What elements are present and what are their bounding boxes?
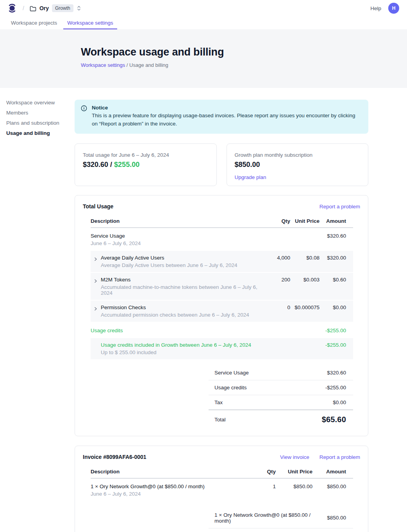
row-subtitle: Up to $ 255.00 included — [101, 349, 251, 355]
row-amount: $320.60 — [320, 233, 353, 239]
row-amount: -$255.00 — [320, 328, 353, 333]
total-value: $65.60 — [322, 415, 346, 424]
help-link[interactable]: Help — [370, 5, 381, 11]
invoice-table-header: Description Qty Unit Price Amount — [91, 467, 353, 478]
total-usage-label: Total usage for June 6 – July 6, 2024 — [83, 152, 209, 158]
row-qty: 0 — [259, 305, 290, 310]
row-unit-price: $0.08 — [290, 255, 320, 261]
settings-sidebar: Workspace overview Members Plans and sub… — [0, 100, 75, 532]
row-amount: -$255.00 — [320, 342, 353, 348]
sidebar-item-usage-and-billing[interactable]: Usage and billing — [6, 130, 75, 136]
info-icon — [81, 105, 87, 128]
table-row-m2m-tokens[interactable]: M2M Tokens Accumulated machine-to-machin… — [91, 273, 353, 300]
usage-separator: / — [108, 161, 114, 168]
invoice-card-title: Invoice #8099AFA6-0001 — [83, 454, 146, 460]
content-area: Workspace overview Members Plans and sub… — [0, 88, 407, 532]
notice-body: This is a preview feature for displaying… — [92, 112, 361, 128]
col-unit-price: Unit Price — [290, 218, 320, 224]
row-unit-price: $0.000075 — [290, 305, 320, 310]
workspace-name: Ory — [39, 5, 49, 11]
usage-amount: $320.60 — [83, 161, 108, 168]
usage-table: Description Qty Unit Price Amount Servic… — [91, 217, 353, 359]
row-subtitle: Accumulated permission checks between Ju… — [101, 312, 249, 318]
breadcrumb-link-workspace-settings[interactable]: Workspace settings — [81, 62, 125, 68]
usage-credit-amount: $255.00 — [114, 161, 139, 168]
table-row-permission-checks[interactable]: Permission Checks Accumulated permission… — [91, 301, 353, 322]
row-qty: 4,000 — [259, 255, 290, 261]
invoice-card: Invoice #8099AFA6-0001 View invoice Repo… — [75, 446, 368, 532]
chevron-right-icon[interactable] — [91, 307, 101, 311]
upgrade-plan-link[interactable]: Upgrade plan — [235, 174, 266, 180]
notice-content: Notice This is a preview feature for dis… — [92, 105, 361, 128]
main-panel: Notice This is a preview feature for dis… — [75, 100, 368, 532]
row-subtitle: June 6 – July 6, 2024 — [91, 491, 245, 497]
usage-summary: Service Usage $320.60 Usage credits -$25… — [209, 365, 353, 426]
plan-label: Growth plan monthly subscription — [235, 152, 361, 158]
col-qty: Qty — [259, 218, 290, 224]
sidebar-item-members[interactable]: Members — [6, 110, 75, 116]
tab-bar: Workspace projects Workspace settings — [0, 16, 407, 29]
workspace-switcher[interactable]: Ory Growth — [30, 4, 81, 12]
col-description: Description — [91, 218, 259, 224]
row-title: Average Daily Active Users — [101, 255, 237, 261]
row-amount: $0.60 — [320, 277, 353, 283]
summary-row-service-usage: Service Usage $320.60 — [209, 365, 353, 380]
row-title: 1 × Ory Network Growth@0 (at $850.00 / m… — [91, 484, 245, 489]
summary-row-plan: 1 × Ory Network Growth@0 (at $850.00 / m… — [209, 508, 353, 528]
user-avatar[interactable]: H — [388, 3, 399, 14]
total-usage-value: $320.60 / $255.00 — [83, 161, 209, 169]
breadcrumb: Workspace settings / Usage and billing — [81, 62, 407, 68]
row-amount: $0.00 — [320, 305, 353, 310]
row-unit-price: $0.003 — [290, 277, 320, 283]
invoice-summary: 1 × Ory Network Growth@0 (at $850.00 / m… — [209, 508, 353, 532]
total-usage-card: Total Usage Report a problem Description… — [75, 195, 368, 436]
page-header: Workspace usage and billing Workspace se… — [0, 29, 407, 88]
report-problem-link[interactable]: Report a problem — [320, 204, 360, 210]
total-label: Total — [214, 417, 226, 423]
row-title: Permission Checks — [101, 305, 249, 310]
sidebar-item-plans-and-subscription[interactable]: Plans and subscription — [6, 120, 75, 126]
row-subtitle: Accumulated machine-to-machine tokens be… — [101, 284, 259, 296]
col-unit-price: Unit Price — [276, 469, 312, 475]
row-title: Service Usage — [91, 233, 259, 239]
breadcrumb-current: / Usage and billing — [127, 62, 168, 68]
view-invoice-link[interactable]: View invoice — [280, 454, 309, 460]
sidebar-item-workspace-overview[interactable]: Workspace overview — [6, 100, 75, 106]
row-qty: 1 — [245, 484, 276, 489]
row-qty: 200 — [259, 277, 290, 283]
notice-title: Notice — [92, 105, 361, 111]
invoice-line-item-row: 1 × Ory Network Growth@0 (at $850.00 / m… — [91, 478, 353, 502]
folder-icon — [30, 5, 36, 11]
row-title: M2M Tokens — [101, 277, 259, 283]
row-amount: $850.00 — [312, 484, 353, 489]
tab-workspace-projects[interactable]: Workspace projects — [7, 16, 61, 29]
ory-logo-icon[interactable] — [8, 3, 16, 14]
row-subtitle: June 6 – July 6, 2024 — [91, 240, 259, 246]
service-usage-desc: Service Usage June 6 – July 6, 2024 — [91, 233, 259, 246]
summary-total-row: Total $65.60 — [209, 410, 353, 426]
row-title: Usage credits — [91, 328, 259, 333]
usage-credits-section-row: Usage credits -$255.00 — [91, 322, 353, 338]
chevron-right-icon[interactable] — [91, 257, 101, 261]
col-amount: Amount — [320, 218, 353, 224]
table-row-average-daily-active-users[interactable]: Average Daily Active Users Average Daily… — [91, 251, 353, 272]
invoice-table: Description Qty Unit Price Amount 1 × Or… — [91, 467, 353, 502]
page-title: Workspace usage and billing — [81, 46, 407, 58]
notice-banner: Notice This is a preview feature for dis… — [75, 100, 368, 134]
usage-table-header: Description Qty Unit Price Amount — [91, 217, 353, 228]
summary-row-usage-credits: Usage credits -$255.00 — [209, 380, 353, 395]
plan-badge: Growth — [52, 4, 73, 12]
report-problem-link[interactable]: Report a problem — [320, 454, 360, 460]
row-title: Usage credits included in Growth between… — [101, 342, 251, 348]
col-description: Description — [91, 469, 245, 475]
summary-row-tax: Tax $0.00 — [209, 395, 353, 410]
tab-workspace-settings[interactable]: Workspace settings — [63, 16, 117, 29]
total-usage-summary-card: Total usage for June 6 – July 6, 2024 $3… — [75, 143, 217, 186]
selector-icon — [77, 5, 81, 11]
invoice-card-header: Invoice #8099AFA6-0001 View invoice Repo… — [83, 454, 360, 460]
plan-value: $850.00 — [235, 161, 361, 169]
col-qty: Qty — [245, 469, 276, 475]
top-bar: / Ory Growth Help H — [0, 0, 407, 16]
plan-subscription-card: Growth plan monthly subscription $850.00… — [227, 143, 369, 186]
chevron-right-icon[interactable] — [91, 279, 101, 283]
